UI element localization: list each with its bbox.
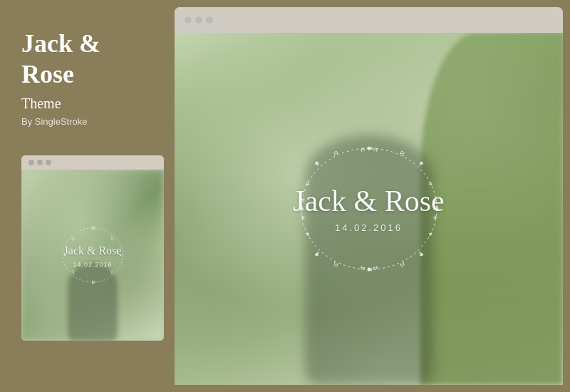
theme-title: Jack & Rose [21, 29, 100, 90]
svg-point-7 [367, 268, 370, 272]
main-dot-2 [195, 16, 202, 24]
svg-point-2 [92, 282, 93, 284]
main-overlay: Jack & Rose 14.02.2016 [175, 33, 563, 385]
svg-point-11 [420, 162, 423, 165]
main-text-block: Jack & Rose 14.02.2016 [293, 185, 444, 232]
mini-couple-name: Jack & Rose [64, 243, 122, 259]
main-browser-mockup: Jack & Rose 14.02.2016 [175, 7, 563, 385]
main-area: Jack & Rose 14.02.2016 [175, 0, 570, 392]
mini-text-block: Jack & Rose 14.02.2016 [64, 243, 122, 267]
svg-point-13 [420, 253, 423, 256]
main-date: 14.02.2016 [293, 222, 444, 233]
sidebar: Jack & Rose Theme By SingleStroke [0, 0, 175, 392]
main-browser-bar [175, 7, 563, 33]
main-couple-name: Jack & Rose [293, 185, 444, 217]
mini-date: 14.02.2016 [64, 261, 122, 268]
svg-point-10 [315, 162, 318, 165]
mini-overlay: Jack & Rose 14.02.2016 [21, 170, 164, 341]
theme-label: Theme [21, 96, 61, 112]
mini-browser-mockup: Jack & Rose 14.02.2016 [21, 155, 164, 341]
mini-browser-bar [21, 155, 164, 170]
svg-point-6 [367, 147, 370, 150]
main-dot-1 [185, 16, 192, 24]
theme-author: By SingleStroke [21, 116, 88, 127]
svg-point-12 [315, 253, 318, 256]
main-dot-3 [206, 16, 213, 24]
svg-point-1 [92, 227, 93, 228]
main-browser-content: Jack & Rose 14.02.2016 [175, 33, 563, 385]
main-wreath-container: Jack & Rose 14.02.2016 [291, 138, 447, 280]
mini-dot-1 [28, 160, 34, 165]
mini-dot-3 [46, 160, 51, 165]
mini-dot-2 [37, 160, 43, 165]
mini-browser-content: Jack & Rose 14.02.2016 [21, 170, 164, 341]
